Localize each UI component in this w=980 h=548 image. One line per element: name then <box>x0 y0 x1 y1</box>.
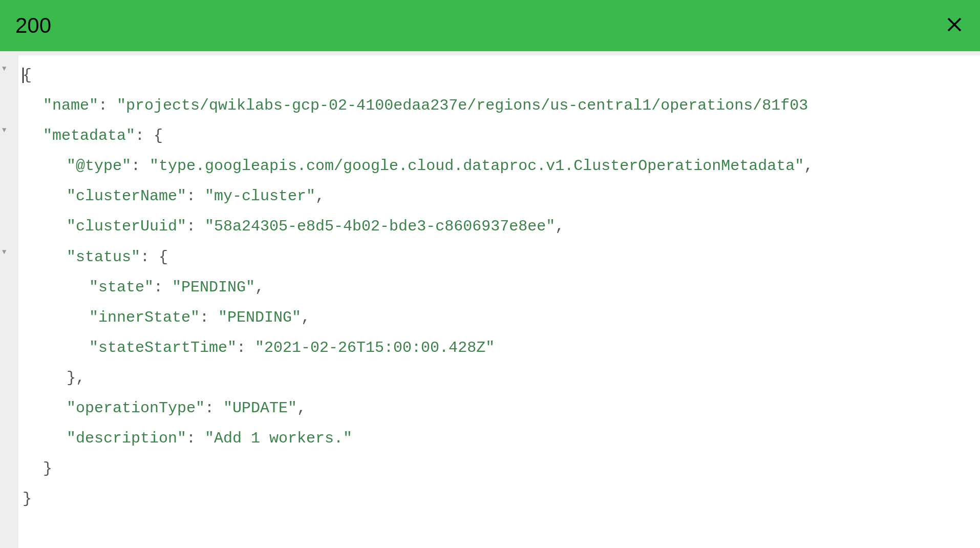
status-code: 200 <box>15 13 51 38</box>
fold-arrow-icon[interactable]: ▼ <box>2 126 6 134</box>
json-line: "name": "projects/qwiklabs-gcp-02-4100ed… <box>23 91 976 121</box>
response-body-area: ▼ ▼ ▼ { "name": "projects/qwiklabs-gcp-0… <box>0 51 980 548</box>
json-line: "operationType": "UPDATE", <box>23 393 976 424</box>
json-line: } <box>23 454 976 484</box>
fold-arrow-icon[interactable]: ▼ <box>2 248 6 256</box>
fold-gutter: ▼ ▼ ▼ <box>0 55 18 548</box>
json-response-body[interactable]: { "name": "projects/qwiklabs-gcp-02-4100… <box>18 55 980 548</box>
close-icon <box>945 15 964 36</box>
json-line: "@type": "type.googleapis.com/google.clo… <box>23 151 976 181</box>
json-line: { <box>23 60 976 91</box>
json-line: "innerState": "PENDING", <box>23 303 976 333</box>
json-line: "clusterUuid": "58a24305-e8d5-4b02-bde3-… <box>23 212 976 242</box>
json-line: "stateStartTime": "2021-02-26T15:00:00.4… <box>23 333 976 363</box>
json-line: "state": "PENDING", <box>23 272 976 303</box>
json-line: "description": "Add 1 workers." <box>23 424 976 454</box>
response-header: 200 <box>0 0 980 51</box>
json-line: "clusterName": "my-cluster", <box>23 181 976 212</box>
json-line: }, <box>23 363 976 393</box>
close-button[interactable] <box>944 15 965 36</box>
json-line: "status": { <box>23 242 976 272</box>
json-line: "metadata": { <box>23 121 976 151</box>
fold-arrow-icon[interactable]: ▼ <box>2 65 6 73</box>
json-line: } <box>23 484 976 514</box>
